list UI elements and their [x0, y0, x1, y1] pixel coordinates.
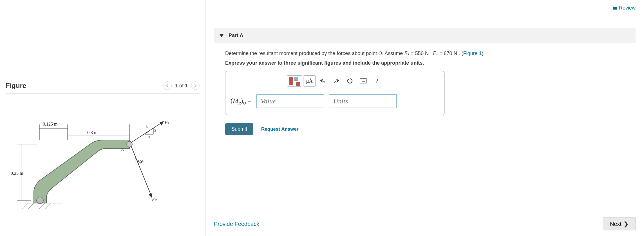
svg-line-19 [131, 146, 152, 198]
problem-statement: Determine the resultant moment produced … [225, 50, 636, 57]
label-f1: F₁ [165, 120, 169, 125]
submit-row: Submit Request Answer [225, 123, 636, 135]
dim-025: 0.25 m [11, 171, 23, 176]
figure-prev-button[interactable] [163, 81, 172, 90]
special-chars-button[interactable]: µÅ [303, 75, 316, 87]
review-label: Review [619, 5, 636, 11]
dim-angle: 60° [137, 160, 144, 165]
next-button[interactable]: Next ❯ [603, 217, 636, 230]
part-header[interactable]: Part A [214, 28, 636, 43]
part-title: Part A [229, 33, 243, 38]
mr-label: (MR)O = [231, 97, 251, 106]
units-input[interactable] [329, 94, 397, 108]
svg-point-27 [365, 80, 365, 80]
submit-button[interactable]: Submit [225, 123, 253, 135]
ratio-3: 3 [154, 128, 156, 133]
svg-line-4 [39, 203, 45, 209]
caret-down-icon [220, 34, 223, 37]
question-panel: Review Part A Determine the resultant mo… [205, 0, 644, 236]
figure-next-button[interactable] [191, 81, 200, 90]
keyboard-icon [360, 78, 367, 83]
svg-line-1 [23, 203, 28, 209]
undo-button[interactable] [317, 75, 329, 87]
figure-nav-text: 1 of 1 [175, 83, 188, 89]
svg-marker-22 [348, 79, 349, 80]
svg-line-2 [28, 203, 34, 209]
redo-button[interactable] [330, 75, 343, 87]
figure-link[interactable]: Figure 1 [463, 51, 482, 56]
svg-point-24 [361, 80, 362, 80]
ratio-4: 4 [148, 135, 150, 139]
svg-line-5 [45, 203, 51, 209]
provide-feedback-link[interactable]: Provide Feedback [214, 221, 259, 227]
chevron-right-icon: ❯ [624, 221, 629, 227]
figure-diagram: 0.125 m 0.3 m 0.25 m 60° 5 3 4 F₁ F₂ A [6, 108, 175, 214]
dim-03: 0.3 m [87, 130, 97, 135]
label-a: A [121, 147, 124, 152]
svg-rect-23 [360, 79, 367, 83]
figure-nav: 1 of 1 [163, 81, 200, 90]
answer-input-row: (MR)O = [231, 94, 439, 108]
answer-box: µÅ ? (MR)O = [225, 71, 445, 115]
help-button[interactable]: ? [371, 75, 383, 87]
answer-instruction: Express your answer to three significant… [225, 60, 636, 66]
svg-point-7 [37, 197, 43, 204]
svg-line-3 [34, 203, 39, 209]
label-f2: F₂ [152, 197, 156, 202]
svg-rect-28 [362, 81, 365, 82]
redo-icon [333, 78, 339, 83]
svg-marker-18 [160, 122, 163, 125]
reset-icon [347, 78, 353, 84]
review-link[interactable]: Review [613, 5, 636, 11]
dim-0125: 0.125 m [43, 122, 57, 127]
undo-icon [320, 78, 326, 83]
svg-point-26 [363, 80, 364, 80]
reset-button[interactable] [344, 75, 356, 87]
value-input[interactable] [256, 94, 324, 108]
keyboard-button[interactable] [357, 75, 370, 87]
request-answer-link[interactable]: Request Answer [261, 126, 299, 132]
templates-button[interactable] [287, 75, 302, 87]
ratio-5: 5 [146, 124, 148, 129]
book-icon [613, 7, 617, 10]
bottom-row: Provide Feedback Next ❯ [214, 217, 636, 230]
equation-toolbar: µÅ ? [231, 75, 439, 87]
figure-panel: Figure 1 of 1 [0, 0, 205, 236]
figure-header: Figure 1 of 1 [6, 81, 200, 94]
svg-marker-20 [149, 194, 152, 198]
figure-title: Figure [6, 82, 26, 90]
svg-line-6 [51, 203, 56, 209]
svg-point-25 [362, 80, 363, 80]
